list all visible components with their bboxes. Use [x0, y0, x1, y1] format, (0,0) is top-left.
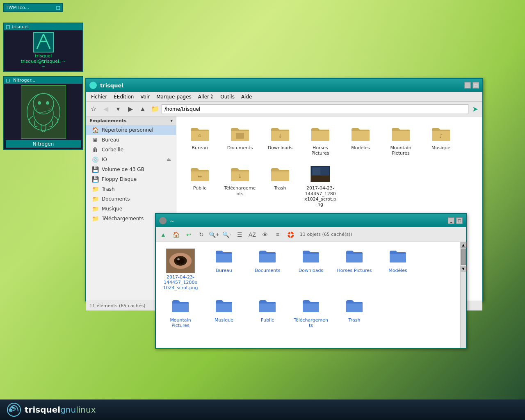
- second-file-grid: 2017-04-23-144457_1280x1024_scrot.png Bu…: [160, 246, 456, 331]
- sidebar-item-documents[interactable]: 📁 Documents: [86, 194, 176, 204]
- second-detail-btn[interactable]: ≡: [272, 229, 283, 240]
- up-button[interactable]: ▲: [137, 103, 148, 115]
- second-bureau-label: Bureau: [216, 268, 232, 273]
- second-zoom-in-btn[interactable]: 🔍+: [208, 229, 220, 240]
- file-item-musique[interactable]: ♪ Musique: [422, 121, 459, 158]
- file-grid: ⌂ Bureau Documents: [181, 121, 477, 210]
- second-minimize-button[interactable]: _: [448, 217, 454, 224]
- menu-aide[interactable]: Aide: [238, 93, 256, 100]
- nav-arrow-button[interactable]: ➤: [469, 103, 481, 115]
- second-file-modeles[interactable]: Modèles: [377, 246, 418, 293]
- nitrogen-label: Nitrogen: [6, 140, 81, 148]
- svg-text:↓: ↓: [237, 173, 242, 179]
- back-dropdown[interactable]: ▾: [112, 103, 124, 115]
- file-item-telechargements[interactable]: ↓ Téléchargements: [221, 162, 258, 210]
- second-file-trash[interactable]: Trash: [334, 296, 375, 331]
- minimize-button[interactable]: _: [464, 82, 471, 89]
- sidebar-collapse-icon[interactable]: ▾: [170, 118, 173, 123]
- sidebar-item-musique[interactable]: 📁 Musique: [86, 204, 176, 214]
- file-item-downloads[interactable]: ↓ Downloads: [262, 121, 299, 158]
- second-scrollbar[interactable]: ▲ ▼: [460, 242, 466, 348]
- second-preview-btn[interactable]: 👁: [259, 229, 271, 240]
- menu-marque-pages[interactable]: Marque-pages: [153, 93, 195, 100]
- second-home-btn[interactable]: 🏠: [170, 229, 182, 240]
- bookmark-button[interactable]: ☆: [88, 103, 99, 115]
- sidebar-item-io[interactable]: 💿 IO ⏏: [86, 155, 176, 164]
- menu-fichier[interactable]: Fichier: [88, 93, 110, 100]
- brand-linux: linux: [76, 405, 96, 415]
- second-modeles-label: Modèles: [388, 268, 407, 273]
- sidebar-musique-label: Musique: [102, 206, 122, 212]
- second-file-public[interactable]: Public: [247, 296, 288, 331]
- second-file-screenshot[interactable]: 2017-04-23-144457_1280x1024_scrot.png: [160, 246, 201, 293]
- file-item-trash[interactable]: Trash: [262, 162, 299, 210]
- nautilus-main-title: trisquel: [100, 82, 464, 89]
- file-item-public[interactable]: ↔ Public: [181, 162, 218, 210]
- scroll-up-btn[interactable]: ▲: [461, 242, 466, 248]
- file-item-screenshot[interactable]: 2017-04-23-144457_1280x1024_scrot.png: [302, 162, 339, 210]
- second-refresh-btn[interactable]: ↻: [196, 229, 207, 240]
- sidebar-item-repertoire[interactable]: 🏠 Répertoire personnel: [86, 125, 176, 135]
- second-file-mountain[interactable]: Mountain Pictures: [160, 296, 201, 331]
- location-icon[interactable]: 📁: [149, 103, 161, 115]
- second-file-downloads[interactable]: Downloads: [290, 246, 331, 293]
- second-sort-btn[interactable]: AZ: [247, 229, 258, 240]
- second-zoom-out-btn[interactable]: 🔍-: [221, 229, 233, 240]
- second-up-btn[interactable]: ▲: [158, 229, 169, 240]
- second-folder-modeles-icon: [389, 249, 406, 267]
- back-button[interactable]: ◀: [100, 103, 112, 115]
- forward-button[interactable]: ▶: [125, 103, 136, 115]
- home-icon: 🏠: [91, 127, 99, 133]
- file-item-bureau[interactable]: ⌂ Bureau: [181, 121, 218, 158]
- second-file-musique[interactable]: Musique: [203, 296, 244, 331]
- desktop-icon: 🖥: [91, 137, 99, 143]
- sidebar-item-corbeille[interactable]: 🗑 Corbeille: [86, 145, 176, 155]
- sidebar-item-volume[interactable]: 💾 Volume de 43 GB: [86, 164, 176, 174]
- nitrogen-window[interactable]: □ Nitroger... Nitrogen: [3, 76, 83, 150]
- sidebar-item-bureau[interactable]: 🖥 Bureau: [86, 135, 176, 145]
- second-file-documents[interactable]: Documents: [247, 246, 288, 293]
- menu-edition[interactable]: ÉEdition: [110, 93, 137, 100]
- twm-close-icon[interactable]: □: [56, 5, 60, 10]
- file-label-horses: Horses Pictures: [304, 145, 336, 156]
- sidebar-item-floppy[interactable]: 💾 Floppy Disque: [86, 174, 176, 184]
- maximize-button[interactable]: □: [472, 82, 479, 89]
- second-telechargements-label: Téléchargements: [293, 317, 329, 328]
- menu-aller-a[interactable]: Aller à: [195, 93, 217, 100]
- eject-icon[interactable]: ⏏: [167, 157, 171, 162]
- second-list-btn[interactable]: ☰: [234, 229, 245, 240]
- menu-outils[interactable]: Outils: [217, 93, 238, 100]
- second-file-telechargements[interactable]: Téléchargements: [290, 296, 331, 331]
- taskbar-logo: trisquelgnulinux: [7, 402, 96, 417]
- scroll-thumb[interactable]: [461, 249, 466, 265]
- sidebar-item-trash[interactable]: 📁 Trash: [86, 184, 176, 194]
- second-file-bureau[interactable]: Bureau: [203, 246, 244, 293]
- folder-icon-dl: 📁: [91, 215, 99, 222]
- address-bar[interactable]: /home/trisquel: [162, 104, 468, 114]
- terminal-window[interactable]: □ trisquel trisquel trisquel@trisquel: ~…: [3, 23, 83, 72]
- second-help-btn[interactable]: 🛟: [285, 229, 296, 240]
- second-file-horses[interactable]: Horses Pictures: [334, 246, 375, 293]
- file-label-public: Public: [193, 185, 207, 191]
- taskbar-brand-text: trisquelgnulinux: [25, 405, 96, 415]
- file-item-documents[interactable]: Documents: [221, 121, 258, 158]
- svg-rect-16: [313, 168, 320, 175]
- twm-icon-window[interactable]: TWM Ico... □: [3, 3, 63, 12]
- svg-text:♪: ♪: [439, 132, 443, 139]
- sidebar-io-label: IO: [102, 157, 107, 162]
- second-back-btn[interactable]: ↩: [183, 229, 194, 240]
- titlebar-buttons: _ □: [464, 82, 479, 89]
- scroll-down-btn[interactable]: ▼: [461, 266, 466, 272]
- folder-downloads-icon: ↓: [270, 124, 290, 144]
- sidebar-item-label: Répertoire personnel: [102, 127, 153, 133]
- file-label-bureau: Bureau: [192, 145, 208, 151]
- second-public-label: Public: [261, 317, 274, 323]
- second-maximize-button[interactable]: □: [456, 217, 463, 224]
- file-item-modeles[interactable]: Modèles: [342, 121, 379, 158]
- menu-voir[interactable]: Voir: [137, 93, 153, 100]
- address-text: /home/trisquel: [164, 106, 200, 112]
- file-label-trash: Trash: [274, 185, 286, 191]
- file-item-mountain[interactable]: Mountain Pictures: [382, 121, 419, 158]
- file-item-horses[interactable]: Horses Pictures: [302, 121, 339, 158]
- screenshot-icon: [310, 164, 330, 184]
